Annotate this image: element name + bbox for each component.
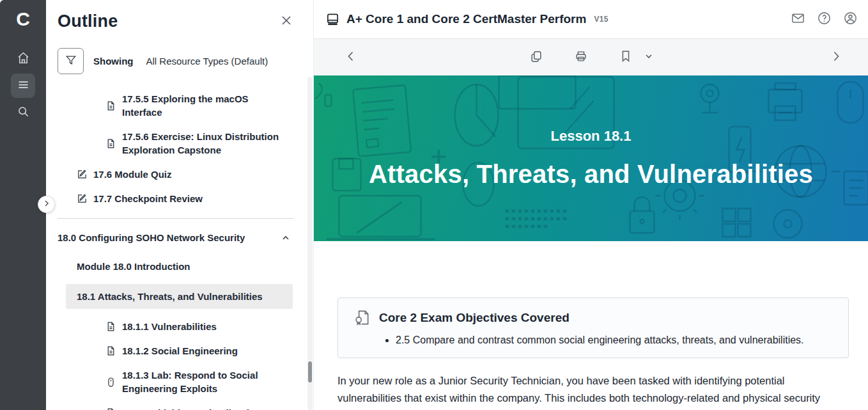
close-icon bbox=[280, 19, 293, 29]
outline-item[interactable]: 17.5.6 Exercise: Linux Distribution Expl… bbox=[58, 130, 294, 157]
account-button[interactable] bbox=[843, 11, 858, 28]
objectives-title: Core 2 Exam Objectives Covered bbox=[379, 311, 570, 325]
outline-item-label: 18.1.4 Phishing and Evil Twins bbox=[122, 406, 260, 410]
outline-item[interactable]: 17.6 Module Quiz bbox=[58, 168, 294, 181]
chevron-down-icon bbox=[644, 52, 653, 63]
document-icon bbox=[105, 100, 116, 111]
document-icon bbox=[105, 345, 116, 356]
search-icon bbox=[17, 105, 30, 120]
outline-item[interactable]: 18.1.1 Vulnerabilities bbox=[58, 320, 294, 333]
outline-item-label: 18.1 Attacks, Threats, and Vulnerabiliti… bbox=[77, 290, 263, 303]
collapse-outline-button[interactable] bbox=[38, 196, 55, 213]
search-button[interactable] bbox=[11, 100, 35, 125]
bookmark-group bbox=[603, 49, 669, 65]
course-title-group: A+ Core 1 and Core 2 CertMaster Perform … bbox=[325, 12, 608, 27]
objectives-list: 2.5 Compare and contrast common social e… bbox=[396, 333, 835, 348]
chevron-left-icon bbox=[345, 50, 357, 65]
outline-tree: 17.5.5 Exploring the macOS Interface17.5… bbox=[58, 92, 294, 410]
lesson-title: Attacks, Threats, and Vulnerabilities bbox=[369, 160, 813, 189]
lesson-toolbar bbox=[314, 39, 868, 75]
outline-menu-button[interactable] bbox=[11, 74, 35, 98]
previous-page-button[interactable] bbox=[345, 50, 357, 65]
lesson-body: Core 2 Exam Objectives Covered 2.5 Compa… bbox=[314, 241, 868, 410]
outline-title: Outline bbox=[58, 12, 118, 31]
chevron-right-icon bbox=[43, 200, 50, 209]
course-title: A+ Core 1 and Core 2 CertMaster Perform bbox=[346, 12, 586, 26]
outline-item[interactable]: 18.1.4 Phishing and Evil Twins bbox=[58, 406, 294, 410]
quiz-icon bbox=[77, 193, 88, 204]
comptia-logo[interactable]: C bbox=[16, 6, 30, 32]
rail-nav bbox=[11, 47, 35, 125]
tech-pattern-illustration bbox=[314, 75, 868, 241]
header-actions bbox=[791, 11, 858, 28]
lesson-banner: Lesson 18.1 Attacks, Threats, and Vulner… bbox=[314, 75, 868, 241]
bookmark-button[interactable] bbox=[619, 49, 633, 65]
mail-icon bbox=[791, 11, 805, 28]
bookmark-icon bbox=[619, 49, 633, 65]
outline-item-label: 18.0 Configuring SOHO Network Security bbox=[58, 231, 245, 244]
resource-filter-row: Showing All Resource Types (Default) bbox=[58, 48, 294, 74]
document-icon bbox=[105, 138, 116, 149]
outline-section-header[interactable]: 18.0 Configuring SOHO Network Security bbox=[58, 231, 294, 244]
outline-item-label: 17.7 Checkpoint Review bbox=[93, 192, 203, 205]
outline-item[interactable]: 17.7 Checkpoint Review bbox=[58, 192, 294, 205]
close-outline-button[interactable] bbox=[280, 14, 293, 29]
outline-item[interactable]: 18.1.2 Social Engineering bbox=[58, 344, 294, 358]
outline-item[interactable]: 17.5.5 Exploring the macOS Interface bbox=[58, 92, 294, 119]
copy-icon bbox=[529, 49, 543, 65]
quiz-icon bbox=[77, 169, 88, 180]
outline-item[interactable]: 18.1.3 Lab: Respond to Social Engineerin… bbox=[58, 368, 294, 395]
filter-value[interactable]: All Resource Types (Default) bbox=[146, 56, 268, 67]
messages-button[interactable] bbox=[791, 11, 805, 28]
toolbar-center-group bbox=[514, 49, 669, 65]
outline-item-label: 18.1.3 Lab: Respond to Social Engineerin… bbox=[122, 368, 290, 395]
account-icon bbox=[843, 11, 858, 28]
outline-divider bbox=[58, 218, 294, 219]
outline-panel: Outline Showing All Resource Types (Defa… bbox=[46, 0, 313, 410]
print-button[interactable] bbox=[574, 49, 588, 65]
chevron-right-icon bbox=[830, 50, 842, 65]
showing-label: Showing bbox=[93, 56, 134, 67]
print-icon bbox=[574, 49, 588, 65]
content-area: A+ Core 1 and Core 2 CertMaster Perform … bbox=[313, 0, 868, 410]
outline-item[interactable]: Module 18.0 Introduction bbox=[58, 260, 294, 273]
content-header: A+ Core 1 and Core 2 CertMaster Perform … bbox=[314, 0, 868, 39]
outline-item-label: 17.6 Module Quiz bbox=[93, 168, 172, 181]
mouse-icon bbox=[105, 377, 116, 388]
outline-scrollbar[interactable] bbox=[307, 77, 313, 410]
next-page-button[interactable] bbox=[830, 50, 842, 65]
home-button[interactable] bbox=[11, 47, 35, 71]
outline-item-label: 17.5.6 Exercise: Linux Distribution Expl… bbox=[122, 130, 290, 157]
help-icon bbox=[817, 11, 832, 28]
outline-item-label: Module 18.0 Introduction bbox=[77, 260, 190, 273]
copy-button[interactable] bbox=[529, 49, 543, 65]
course-version-badge: V15 bbox=[594, 15, 608, 24]
home-icon bbox=[17, 51, 30, 67]
certificate-icon bbox=[353, 309, 371, 326]
course-icon bbox=[325, 12, 340, 27]
document-icon bbox=[105, 321, 116, 332]
menu-icon bbox=[17, 78, 30, 93]
bookmark-menu-button[interactable] bbox=[644, 52, 653, 63]
outline-item-label: 18.1.2 Social Engineering bbox=[122, 344, 238, 358]
lesson-number: Lesson 18.1 bbox=[551, 128, 632, 145]
outline-item-label: 18.1.1 Vulnerabilities bbox=[122, 320, 217, 333]
funnel-icon bbox=[65, 54, 77, 68]
app-window: C Outline Showing bbox=[0, 0, 868, 410]
document-icon bbox=[105, 407, 116, 410]
objective-bullet: 2.5 Compare and contrast common social e… bbox=[396, 333, 835, 348]
chevron-up-icon[interactable] bbox=[281, 233, 290, 242]
exam-objectives-box: Core 2 Exam Objectives Covered 2.5 Compa… bbox=[337, 297, 849, 358]
scrollbar-thumb[interactable] bbox=[308, 361, 312, 382]
help-button[interactable] bbox=[817, 11, 832, 28]
outline-item[interactable]: 18.1 Attacks, Threats, and Vulnerabiliti… bbox=[66, 284, 293, 309]
intro-paragraph: In your new role as a Junior Security Te… bbox=[337, 372, 842, 410]
filter-button[interactable] bbox=[58, 48, 84, 74]
outline-item-label: 17.5.5 Exploring the macOS Interface bbox=[122, 92, 290, 119]
